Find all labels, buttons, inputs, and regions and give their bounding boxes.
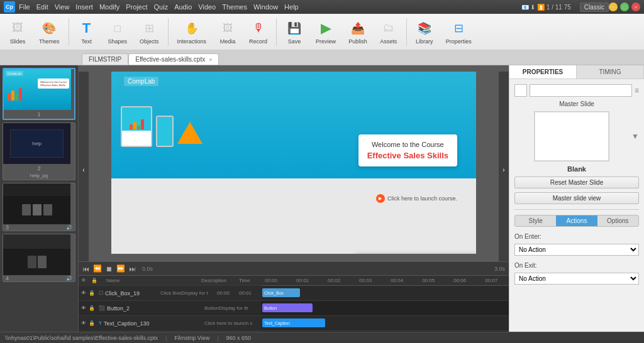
- record-label: Record: [249, 38, 267, 45]
- menu-view[interactable]: View: [55, 3, 70, 11]
- color-swatch[interactable]: [514, 84, 527, 97]
- objects-icon: ⊞: [140, 19, 158, 37]
- tab-style[interactable]: Style: [515, 215, 556, 226]
- action-tabs: Style Actions Options: [514, 215, 639, 227]
- tab-properties[interactable]: PROPERTIES: [509, 65, 577, 79]
- tab-file-label: Effective-sales-skills.cptx: [135, 56, 205, 63]
- preview-button[interactable]: ▶ Preview: [311, 17, 341, 47]
- launch-button[interactable]: ▶ Click here to launch course.: [376, 194, 457, 203]
- media-button[interactable]: 🖼 Media: [214, 17, 242, 47]
- tab-filmstrip[interactable]: FILMSTRIP: [82, 53, 128, 65]
- slide-logo: CompLab: [124, 77, 158, 86]
- minimize-button[interactable]: −: [609, 3, 618, 11]
- preview-icon: ▶: [317, 19, 335, 37]
- slide-preview: CompLab: [111, 72, 476, 254]
- panel-tab-bar: PROPERTIES TIMING: [509, 65, 644, 79]
- slide-thumb-3[interactable]: 3 🔊: [3, 183, 75, 231]
- tl-label-click-box: ☐ Click_Box_19: [99, 290, 160, 297]
- slides-button[interactable]: 🖼 Slides: [4, 17, 31, 47]
- menu-project[interactable]: Project: [126, 3, 147, 11]
- text-button[interactable]: T Text: [73, 17, 101, 47]
- menu-modify[interactable]: Modify: [99, 3, 119, 11]
- slide-background-bottom: [111, 178, 476, 254]
- tab-options[interactable]: Options: [597, 215, 638, 226]
- menu-video[interactable]: Video: [198, 3, 216, 11]
- save-label: Save: [288, 38, 301, 45]
- tl-prev-btn[interactable]: ⏪: [93, 264, 102, 273]
- library-icon: 📚: [416, 19, 433, 37]
- menu-insert[interactable]: Insert: [75, 3, 93, 11]
- master-slide-view-button[interactable]: Master slide view: [514, 192, 639, 204]
- on-enter-select[interactable]: No Action: [514, 244, 639, 256]
- maximize-button[interactable]: □: [620, 3, 629, 11]
- canvas-scroll[interactable]: ‹ CompLab: [79, 65, 509, 261]
- track-row-2: Button: [261, 301, 509, 316]
- scroll-left-button[interactable]: ‹: [79, 72, 89, 261]
- preview-label: Preview: [316, 38, 336, 45]
- save-icon: 💾: [286, 19, 303, 37]
- slide-label-2: help_pg: [3, 173, 75, 180]
- tl-next-btn[interactable]: ⏩: [116, 264, 125, 273]
- timeline-header-row: 👁 🔒 Name Description Time: [79, 276, 261, 286]
- reset-master-slide-button[interactable]: Reset Master Slide: [514, 177, 639, 188]
- track-row-1: Click_Box: [261, 286, 509, 301]
- slide-thumb-1[interactable]: CompLab Welcome to the Course Effective …: [3, 68, 75, 120]
- properties-button[interactable]: ⊟ Properties: [441, 17, 477, 47]
- assets-icon: 🗂: [380, 19, 397, 37]
- menu-file[interactable]: File: [19, 3, 30, 11]
- publish-button[interactable]: 📤 Publish: [343, 17, 372, 47]
- shapes-label: Shapes: [108, 38, 128, 45]
- classic-dropdown[interactable]: Classic: [580, 3, 609, 12]
- tl-end-btn[interactable]: ⏭: [129, 265, 136, 273]
- menu-window[interactable]: Window: [253, 3, 278, 11]
- toolbar: 🖼 Slides 🎨 Themes T Text ◻ Shapes ⊞ Obje…: [0, 14, 644, 50]
- status-view: Filmstrip View: [174, 335, 209, 341]
- menu-help[interactable]: Help: [284, 3, 299, 11]
- tl-play-btn[interactable]: ⏮: [82, 265, 89, 273]
- slides-label: Slides: [10, 38, 26, 45]
- interactions-button[interactable]: ✋ Interactions: [172, 17, 212, 47]
- master-slide-label: Master Slide: [514, 101, 639, 107]
- tl-stop-btn[interactable]: ⏹: [106, 265, 113, 273]
- master-slide-row: ▼: [514, 111, 639, 161]
- slide-num-4: 4 🔊: [3, 275, 75, 281]
- timeline-row-button[interactable]: 👁 🔒 ⬛ Button_2 ButtonDisplay for th: [79, 301, 261, 316]
- menu-edit[interactable]: Edit: [36, 3, 48, 11]
- play-icon: ▶: [376, 194, 385, 203]
- scroll-right-button[interactable]: ›: [499, 72, 509, 261]
- shapes-button[interactable]: ◻ Shapes: [103, 17, 133, 47]
- tab-file[interactable]: Effective-sales-skills.cptx ×: [128, 53, 219, 65]
- timeline-row-click-box[interactable]: 👁 🔒 ☐ Click_Box_19 Click BosDisplay for …: [79, 286, 261, 301]
- master-slide-dropdown[interactable]: ▼: [631, 132, 639, 141]
- close-button[interactable]: ×: [631, 3, 640, 11]
- menu-themes[interactable]: Themes: [222, 3, 247, 11]
- themes-button[interactable]: 🎨 Themes: [34, 17, 65, 47]
- page-info: 📧 ⬇ ⏫ 1 / 11 75: [521, 4, 571, 11]
- tab-actions[interactable]: Actions: [556, 215, 597, 226]
- main-area: CompLab Welcome to the Course Effective …: [0, 65, 644, 343]
- object-name-input[interactable]: [530, 84, 632, 97]
- menu-quiz[interactable]: Quiz: [154, 3, 169, 11]
- record-button[interactable]: 🎙 Record: [244, 17, 272, 47]
- timeline-row-text[interactable]: 👁 🔒 T Text_Caption_130 Click here to lau…: [79, 316, 261, 331]
- objects-button[interactable]: ⊞ Objects: [135, 17, 164, 47]
- slide-thumb-2[interactable]: help 2 help_pg: [3, 122, 75, 180]
- assets-label: Assets: [380, 38, 397, 45]
- options-icon[interactable]: ≡: [635, 86, 639, 95]
- right-panel: PROPERTIES TIMING ≡ Master Slide ▼ Blank: [509, 65, 644, 343]
- master-slide-name: Blank: [514, 165, 639, 173]
- media-label: Media: [220, 38, 236, 45]
- assets-button[interactable]: 🗂 Assets: [375, 17, 402, 47]
- slide-thumb-4[interactable]: 4 🔊: [3, 234, 75, 282]
- on-exit-select[interactable]: No Action: [514, 273, 639, 285]
- canvas-area: ‹ CompLab: [79, 65, 509, 343]
- on-exit-label: On Exit:: [514, 262, 639, 269]
- tab-close-button[interactable]: ×: [209, 57, 212, 63]
- menu-bar: File Edit View Insert Modify Project Qui…: [19, 3, 515, 11]
- master-slide-preview: [534, 111, 609, 161]
- library-button[interactable]: 📚 Library: [411, 17, 438, 47]
- tab-timing[interactable]: TIMING: [577, 65, 644, 79]
- save-button[interactable]: 💾 Save: [280, 17, 308, 47]
- menu-audio[interactable]: Audio: [174, 3, 192, 11]
- panel-content: ≡ Master Slide ▼ Blank Reset Master Slid…: [509, 79, 644, 290]
